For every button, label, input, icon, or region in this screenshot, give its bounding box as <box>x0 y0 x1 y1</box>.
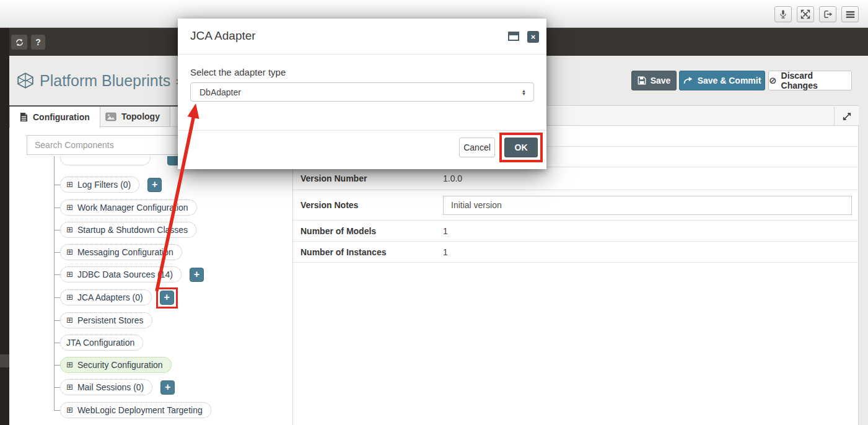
save-and-commit-label: Save & Commit <box>698 76 761 85</box>
tree-item-label: Mail Sessions (0) <box>77 382 144 392</box>
tab-configuration[interactable]: Configuration <box>9 107 100 128</box>
number-of-models-label: Number of Models <box>293 226 443 236</box>
tree-item-label: Persistent Stores <box>77 315 144 325</box>
tree-item-clipped[interactable] <box>60 156 153 167</box>
tree-node[interactable]: ⊞ Log Filters (0) <box>60 177 139 193</box>
save-button-label: Save <box>651 76 671 85</box>
tree-item-label: Log Filters (0) <box>77 180 131 190</box>
tree-item-persistent-stores: ⊞ Persistent Stores <box>60 312 152 329</box>
jca-adapter-dialog: JCA Adapter × Select the adapter type Db… <box>178 19 546 169</box>
expand-icon[interactable]: ⊞ <box>66 293 73 302</box>
expand-icon[interactable]: ⊞ <box>66 361 73 369</box>
expand-icon[interactable]: ⊞ <box>66 226 73 234</box>
tree-item-security-configuration: ⊞ Security Configuration <box>60 356 172 374</box>
expand-diagonal-icon <box>842 112 852 121</box>
tree-node[interactable]: ⊞ JCA Adapters (0) <box>60 289 152 305</box>
discard-icon: ⊘ <box>769 75 777 86</box>
expand-icon[interactable]: ⊞ <box>66 180 73 189</box>
tree-node[interactable]: ⊞ Work Manager Configuration <box>60 199 197 216</box>
detail-row-number-of-models: Number of Models 1 <box>293 221 859 242</box>
expand-icon[interactable]: ⊞ <box>66 248 73 256</box>
number-of-instances-value: 1 <box>443 247 448 257</box>
tree-item-label: Messaging Configuration <box>77 247 173 257</box>
menu-button[interactable] <box>841 6 859 22</box>
tree-item-label: JTA Configuration <box>66 338 134 348</box>
expand-icon[interactable]: ⊞ <box>66 203 73 212</box>
close-dialog-button[interactable]: × <box>527 31 539 43</box>
dialog-title: JCA Adapter <box>190 29 256 43</box>
dialog-footer-divider <box>178 130 546 131</box>
tree-connector <box>54 343 60 343</box>
breadcrumb-root[interactable]: Platform Blueprints <box>40 72 170 90</box>
tree-connector <box>54 230 60 230</box>
adapter-type-select[interactable]: DbAdapter ▲ ▼ <box>190 82 534 102</box>
version-notes-label: Version Notes <box>293 200 443 210</box>
help-icon: ? <box>35 37 41 47</box>
tree-item-label: Security Configuration <box>77 360 163 370</box>
tree-trunk-line <box>54 156 55 410</box>
tree-connector <box>54 252 60 253</box>
left-edge-strip <box>0 28 9 425</box>
tree-connector <box>54 297 60 298</box>
discard-changes-label: Discard Changes <box>781 71 851 90</box>
detail-row-version-number: Version Number 1.0.0 <box>293 167 859 190</box>
sign-out-button[interactable] <box>819 6 836 22</box>
version-notes-input[interactable] <box>443 196 852 215</box>
minimize-dialog-button[interactable] <box>508 32 519 41</box>
window-icon <box>508 32 519 41</box>
tree-connector <box>54 320 60 321</box>
save-floppy-icon <box>638 76 646 85</box>
tree-node[interactable]: ⊞ Mail Sessions (0) <box>60 379 152 395</box>
cancel-button[interactable]: Cancel <box>459 138 495 157</box>
menu-icon <box>845 9 856 20</box>
ok-button[interactable]: OK <box>504 138 538 157</box>
expand-icon[interactable]: ⊞ <box>66 406 73 414</box>
help-button[interactable]: ? <box>31 35 45 50</box>
tree-node-selected[interactable]: ⊞ Security Configuration <box>60 357 172 373</box>
expand-icon[interactable]: ⊞ <box>66 270 73 279</box>
expand-panel-button[interactable] <box>834 107 859 126</box>
tree-item-label: JCA Adapters (0) <box>77 292 143 302</box>
adapter-type-label: Select the adapter type <box>190 67 286 77</box>
detail-row-number-of-instances: Number of Instances 1 <box>293 242 859 263</box>
tab-configuration-label: Configuration <box>33 112 90 122</box>
save-and-commit-button[interactable]: Save & Commit <box>679 71 765 90</box>
tree-node[interactable]: ⊞ JDBC Data Sources (14) <box>60 266 182 283</box>
expand-icon[interactable]: ⊞ <box>66 383 73 392</box>
image-icon <box>105 112 116 121</box>
tree-connector <box>54 185 60 185</box>
save-button[interactable]: Save <box>631 71 677 90</box>
discard-changes-button[interactable]: ⊘ Discard Changes <box>768 71 852 90</box>
add-jca-adapter-button[interactable]: + <box>160 291 174 305</box>
adapter-type-selected-value: DbAdapter <box>199 87 241 97</box>
tree-item-weblogic-targeting: ⊞ WebLogic Deployment Targeting <box>60 401 211 419</box>
tree-node[interactable]: ⊞ Persistent Stores <box>60 312 152 328</box>
fullscreen-button[interactable] <box>797 6 814 22</box>
blueprint-cube-icon <box>17 72 34 89</box>
add-log-filter-button[interactable]: + <box>147 178 162 192</box>
tree-item-jdbc-data-sources: ⊞ JDBC Data Sources (14) + <box>60 266 204 283</box>
tree-node[interactable]: ⊞ Startup & Shutdown Classes <box>60 222 196 238</box>
tree-item-log-filters: ⊞ Log Filters (0) + <box>60 176 162 193</box>
add-jdbc-data-source-button[interactable]: + <box>190 268 204 282</box>
tree-connector <box>54 410 60 411</box>
tree-node[interactable]: ⊞ WebLogic Deployment Targeting <box>60 402 211 418</box>
tree-item-mail-sessions: ⊞ Mail Sessions (0) + <box>60 379 175 396</box>
number-of-models-value: 1 <box>443 226 448 236</box>
expand-icon[interactable]: ⊞ <box>66 316 73 325</box>
microphone-button[interactable] <box>774 6 792 22</box>
tree-item-label: WebLogic Deployment Targeting <box>77 405 203 415</box>
tree-item-jca-adapters: ⊞ JCA Adapters (0) + <box>60 289 174 306</box>
app-window: ? Platform Blueprints > SOA Save <box>0 0 868 425</box>
add-mail-session-button[interactable]: + <box>160 380 175 395</box>
refresh-icon <box>15 38 24 47</box>
tree-connector <box>54 365 60 366</box>
tree-node[interactable]: JTA Configuration <box>60 335 143 351</box>
tab-topology-label: Topology <box>121 112 160 121</box>
tree-item-label: Work Manager Configuration <box>77 203 188 212</box>
tree-node[interactable]: ⊞ Messaging Configuration <box>60 244 182 260</box>
tab-topology[interactable]: Topology <box>95 107 170 127</box>
left-strip-scrollbar-thumb[interactable] <box>0 354 9 367</box>
refresh-button[interactable] <box>11 35 27 50</box>
version-number-value: 1.0.0 <box>443 173 462 183</box>
